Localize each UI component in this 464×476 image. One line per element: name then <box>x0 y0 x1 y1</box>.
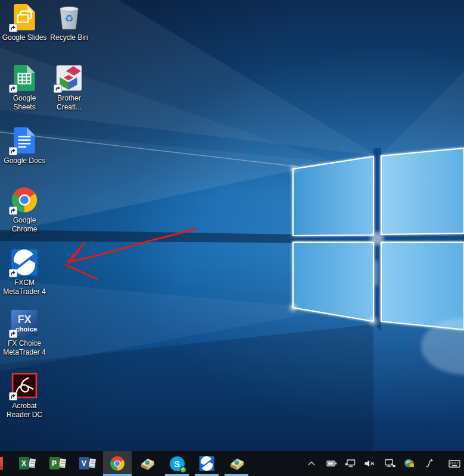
tray-secure-lock-icon[interactable] <box>401 451 417 476</box>
fxcm-metatrader4-icon <box>199 456 214 471</box>
taskbar-project-button[interactable]: P <box>43 451 71 476</box>
taskbar-chrome-button[interactable] <box>103 451 132 476</box>
tray-windows-ink-pen-icon[interactable] <box>421 451 437 476</box>
taskbar-fxcm-metatrader4-button[interactable] <box>192 451 221 476</box>
taskbar-metatrader4-gold-button[interactable] <box>133 451 161 476</box>
taskbar-metatrader4-gold-2-button[interactable] <box>222 451 251 476</box>
desktop-icon-google-docs[interactable]: Google Docs <box>2 127 47 165</box>
shortcut-arrow-icon <box>9 269 17 277</box>
skype-status-check-icon: ✓ <box>180 466 186 473</box>
icon-label: Google Docs <box>2 156 47 165</box>
partial-app-icon[interactable] <box>0 457 3 470</box>
icon-label: GoogleChrome <box>2 216 47 234</box>
tray-safely-remove-hardware-icon[interactable] <box>382 451 398 476</box>
skype-icon: S ✓ <box>170 456 185 471</box>
tray-touch-keyboard-icon[interactable] <box>447 451 462 476</box>
taskbar-excel-button[interactable]: X <box>13 451 41 476</box>
shortcut-arrow-icon <box>9 330 17 338</box>
recycle-bin-icon: ♻ <box>55 4 83 31</box>
desktop-icon-fxcm-metatrader4[interactable]: FXCMMetaTrader 4 <box>2 249 47 296</box>
taskbar: X P V <box>0 451 464 476</box>
metatrader4-gold-icon <box>139 456 155 472</box>
desktop-icon-fxchoice-metatrader4[interactable]: FX choice FX ChoiceMetaTrader 4 <box>2 309 47 357</box>
icon-label: AcrobatReader DC <box>2 402 47 419</box>
shortcut-arrow-icon <box>9 147 17 155</box>
icon-label: BrotherCreati... <box>46 94 92 112</box>
taskbar-skype-button[interactable]: S ✓ <box>163 451 191 476</box>
tray-volume-muted-icon[interactable] <box>362 451 377 476</box>
desktop-icon-google-slides[interactable]: Google Slides <box>2 4 47 42</box>
metatrader4-gold-icon <box>229 456 245 472</box>
choice-text: choice <box>15 325 37 333</box>
recycle-symbol: ♻ <box>64 13 73 24</box>
desktop-icon-acrobat-reader-dc[interactable]: AcrobatReader DC <box>2 372 47 419</box>
taskbar-visio-button[interactable]: V <box>73 451 101 476</box>
shortcut-arrow-icon <box>9 206 17 215</box>
project-icon: P <box>49 456 66 471</box>
icon-label: FX ChoiceMetaTrader 4 <box>2 339 47 357</box>
shortcut-arrow-icon <box>9 24 17 32</box>
excel-icon: X <box>19 456 35 471</box>
tray-network-ethernet-icon[interactable] <box>342 451 358 476</box>
fx-text: FX <box>18 314 32 325</box>
desktop-icon-google-sheets[interactable]: GoogleSheets <box>2 64 47 112</box>
chrome-icon <box>110 456 125 471</box>
tray-battery-icon[interactable] <box>324 451 340 476</box>
visio-icon: V <box>79 456 95 471</box>
shortcut-arrow-icon <box>9 392 17 400</box>
shortcut-arrow-icon <box>9 84 17 93</box>
shortcut-arrow-icon <box>54 84 62 93</box>
desktop-icon-brother-creative-center[interactable]: BrotherCreati... <box>46 64 92 112</box>
desktop-icon-recycle-bin[interactable]: ♻ Recycle Bin <box>46 4 92 42</box>
desktop-icon-google-chrome[interactable]: GoogleChrome <box>2 186 47 234</box>
icon-label: FXCMMetaTrader 4 <box>2 278 47 296</box>
icon-label: Recycle Bin <box>46 33 92 42</box>
icon-label: GoogleSheets <box>2 94 47 112</box>
icon-label: Google Slides <box>2 33 47 42</box>
tray-chevron-up-icon[interactable] <box>304 451 319 476</box>
